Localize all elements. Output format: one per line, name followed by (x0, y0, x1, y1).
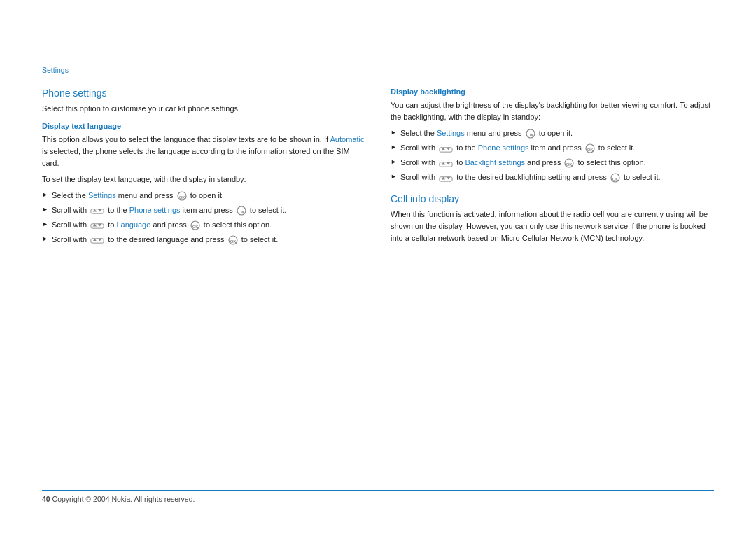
bullet-text: Select the Settings menu and press OK to… (52, 190, 365, 202)
scroll-icon (90, 206, 104, 214)
list-item: ► Scroll with to Backlight settings and … (391, 157, 714, 169)
backlight-settings-link: Backlight settings (465, 158, 525, 167)
ok-button-icon: OK (237, 206, 246, 216)
svg-text:OK: OK (566, 162, 573, 167)
bullet-text: Scroll with to the Phone settings item a… (52, 204, 365, 216)
svg-text:OK: OK (612, 177, 619, 181)
cell-info-display-body: When this function is activated, informa… (391, 209, 714, 244)
ok-button-icon: OK (564, 158, 574, 168)
list-item: ► Scroll with to Language and press (42, 219, 365, 231)
svg-marker-31 (447, 177, 450, 180)
svg-rect-24 (440, 162, 452, 167)
phone-settings-title: Phone settings (42, 87, 365, 99)
settings-link: Settings (437, 129, 465, 137)
bullet-arrow-icon: ► (391, 128, 397, 138)
scroll-icon (90, 221, 104, 229)
display-text-language-body1: This option allows you to select the lan… (42, 134, 365, 169)
bullet-arrow-icon: ► (42, 234, 48, 244)
bullet-arrow-icon: ► (391, 172, 397, 182)
breadcrumb: Settings (42, 66, 69, 74)
bullet-arrow-icon: ► (42, 190, 48, 200)
svg-marker-13 (93, 239, 97, 241)
top-divider (42, 76, 714, 76)
scroll-icon (439, 145, 453, 153)
svg-marker-4 (98, 209, 102, 212)
bullet-arrow-icon: ► (42, 205, 48, 215)
list-item: ► Scroll with to the Phone settings item… (391, 142, 714, 154)
phone-settings-intro: Select this option to customise your car… (42, 103, 365, 115)
ok-button-icon: OK (190, 220, 200, 230)
phone-settings-link: Phone settings (478, 143, 529, 152)
scroll-icon (439, 174, 453, 182)
ok-button-icon: OK (526, 129, 536, 139)
content-area: Phone settings Select this option to cus… (42, 87, 714, 485)
list-item: ► Select the Settings menu and press OK … (42, 190, 365, 202)
svg-marker-20 (442, 148, 445, 150)
svg-rect-19 (440, 148, 452, 152)
bullet-text: Scroll with to the desired language and … (52, 234, 365, 246)
svg-marker-25 (442, 162, 445, 165)
svg-text:OK: OK (238, 209, 244, 213)
ok-button-icon: OK (177, 191, 187, 201)
display-text-language-title: Display text language (42, 122, 365, 130)
svg-marker-14 (98, 239, 102, 241)
settings-link: Settings (88, 191, 116, 199)
bullet-arrow-icon: ► (391, 157, 397, 167)
bullet-text: Scroll with to the desired backlighting … (400, 171, 714, 183)
svg-marker-21 (447, 148, 450, 150)
svg-marker-9 (98, 224, 102, 227)
ok-button-icon: OK (585, 143, 595, 153)
svg-marker-26 (447, 162, 450, 165)
svg-marker-3 (93, 209, 97, 212)
svg-text:OK: OK (230, 239, 236, 243)
bullet-text: Scroll with to Backlight settings and pr… (400, 157, 714, 169)
list-item: ► Scroll with to the desired backlightin… (391, 171, 714, 183)
language-link: Language (116, 220, 150, 229)
bullet-text: Select the Settings menu and press OK to… (400, 127, 714, 139)
automatic-link: Automatic (330, 135, 365, 143)
display-backlighting-body1: You can adjust the brightness of the dis… (391, 99, 714, 123)
display-backlighting-title: Display backlighting (391, 87, 714, 96)
svg-marker-8 (93, 224, 97, 227)
right-bullet-list-1: ► Select the Settings menu and press OK … (391, 127, 714, 183)
bullet-arrow-icon: ► (391, 143, 397, 153)
ok-button-icon: OK (228, 235, 238, 245)
scroll-icon (90, 236, 104, 244)
svg-rect-29 (440, 177, 452, 181)
bullet-text: Scroll with to Language and press (52, 219, 365, 231)
cell-info-display-title: Cell info display (391, 193, 714, 204)
bullet-text: Scroll with to the Phone settings item a… (400, 142, 714, 154)
phone-settings-link: Phone settings (130, 206, 181, 214)
left-bullet-list: ► Select the Settings menu and press OK … (42, 190, 365, 246)
left-column: Phone settings Select this option to cus… (42, 87, 365, 485)
list-item: ► Select the Settings menu and press OK … (391, 127, 714, 139)
svg-text:OK: OK (192, 224, 198, 228)
svg-text:OK: OK (587, 148, 593, 152)
list-item: ► Scroll with to the Phone settings item… (42, 204, 365, 216)
right-column: Display backlighting You can adjust the … (391, 87, 714, 485)
bullet-arrow-icon: ► (42, 220, 48, 230)
scroll-icon (439, 160, 453, 167)
svg-text:OK: OK (527, 133, 533, 137)
list-item: ► Scroll with to the desired language an… (42, 234, 365, 246)
display-text-language-body2: To set the display text language, with t… (42, 174, 365, 185)
copyright-text: Copyright © 2004 Nokia. All rights reser… (52, 495, 195, 503)
ok-button-icon: OK (610, 173, 620, 183)
page-number: 40 (42, 495, 50, 503)
svg-rect-7 (91, 224, 104, 228)
bottom-divider (42, 490, 714, 491)
svg-marker-30 (442, 177, 445, 180)
svg-rect-2 (91, 209, 104, 213)
page: Settings Phone settings Select this opti… (0, 0, 756, 534)
svg-text:OK: OK (178, 195, 185, 199)
svg-rect-12 (91, 239, 104, 243)
footer: 40 Copyright © 2004 Nokia. All rights re… (42, 495, 195, 503)
